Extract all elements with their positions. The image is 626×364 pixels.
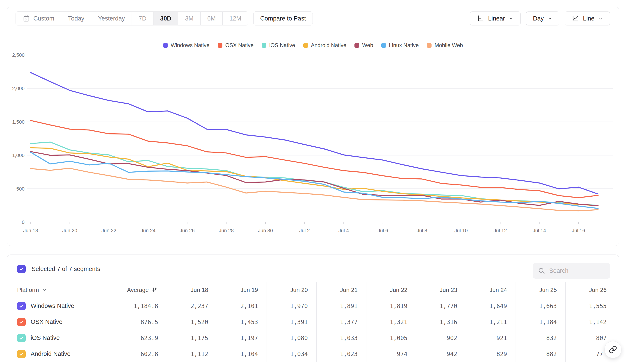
value-cell: 1,770 <box>416 298 466 314</box>
series-line-linux-native <box>31 152 598 208</box>
range-label: Today <box>68 15 84 22</box>
chart-type-select[interactable]: Line <box>565 11 610 26</box>
value-cell: 1,023 <box>316 346 366 362</box>
row-checkbox[interactable] <box>17 318 26 327</box>
legend-item-web[interactable]: Web <box>354 42 373 48</box>
x-axis-tick-label: Jun 30 <box>258 228 273 233</box>
range-3m[interactable]: 3M <box>178 12 200 25</box>
column-header-date[interactable]: Jun 26 <box>565 282 615 298</box>
column-header-date[interactable]: Jun 19 <box>217 282 267 298</box>
column-header-date[interactable]: Jun 22 <box>366 282 416 298</box>
table-header-row: PlatformAverageJun 18Jun 19Jun 20Jun 21J… <box>7 282 619 298</box>
chart-toolbar: CustomTodayYesterday7D30D3M6M12M Compare… <box>16 11 610 26</box>
x-axis-tick-label: Jul 14 <box>533 228 546 233</box>
y-axis-tick-label: 2,500 <box>12 52 25 58</box>
value-cell: 1,211 <box>466 314 516 330</box>
select-all-checkbox[interactable] <box>17 265 26 273</box>
copy-link-button[interactable] <box>604 341 622 358</box>
row-checkbox[interactable] <box>17 334 26 342</box>
y-axis-tick-label: 2,000 <box>12 86 25 91</box>
x-axis-tick-label: Jun 28 <box>219 228 234 233</box>
search-input[interactable] <box>549 267 601 274</box>
legend-item-windows-native[interactable]: Windows Native <box>163 42 210 48</box>
platform-cell: OSX Native <box>17 314 116 330</box>
range-30d[interactable]: 30D <box>153 12 178 25</box>
column-header-average[interactable]: Average <box>116 282 167 298</box>
value-cell: 1,197 <box>217 330 267 346</box>
value-cell: 882 <box>516 346 565 362</box>
range-6m[interactable]: 6M <box>200 12 223 25</box>
axis-icon <box>477 15 484 22</box>
legend-swatch <box>354 43 359 48</box>
series-line-ios-native <box>31 142 598 205</box>
legend-label: Windows Native <box>171 42 210 48</box>
range-12m[interactable]: 12M <box>222 12 248 25</box>
series-line-mobile-web <box>31 168 598 211</box>
value-cell: 1,453 <box>217 314 267 330</box>
average-header-label: Average <box>127 287 149 293</box>
date-range-picker: CustomTodayYesterday7D30D3M6M12M <box>16 11 248 26</box>
legend-item-linux-native[interactable]: Linux Native <box>381 42 419 48</box>
range-yesterday[interactable]: Yesterday <box>91 12 132 25</box>
value-cell: 1,316 <box>416 314 466 330</box>
legend-item-osx-native[interactable]: OSX Native <box>218 42 254 48</box>
segments-table-card: Selected 7 of 7 segments PlatformAverage… <box>7 255 619 364</box>
value-cell: 1,112 <box>167 346 217 362</box>
column-header-date[interactable]: Jun 25 <box>516 282 565 298</box>
selected-segments-label: Selected 7 of 7 segments <box>32 266 100 273</box>
chevron-down-icon <box>547 16 552 21</box>
legend-item-android-native[interactable]: Android Native <box>303 42 346 48</box>
column-header-date[interactable]: Jun 21 <box>316 282 366 298</box>
chevron-down-icon <box>42 288 47 292</box>
chart-type-label: Line <box>583 15 594 22</box>
legend-label: OSX Native <box>225 42 254 48</box>
value-cell: 1,377 <box>316 314 366 330</box>
legend-item-ios-native[interactable]: iOS Native <box>262 42 295 48</box>
y-axis-tick-label: 500 <box>16 186 25 192</box>
value-cell: 1,080 <box>267 330 316 346</box>
x-axis-tick-label: Jun 18 <box>23 228 38 233</box>
line-chart-icon <box>572 15 579 22</box>
range-label: 7D <box>139 15 147 22</box>
y-axis-tick-label: 1,000 <box>12 152 25 158</box>
segment-search[interactable] <box>533 263 610 279</box>
column-header-date[interactable]: Jun 23 <box>416 282 466 298</box>
x-axis-tick-label: Jun 22 <box>101 228 116 233</box>
scale-label: Linear <box>488 15 505 22</box>
range-7d[interactable]: 7D <box>132 12 153 25</box>
value-cell: 1,819 <box>366 298 416 314</box>
legend-label: Android Native <box>311 42 346 48</box>
x-axis-tick-label: Jun 20 <box>62 228 77 233</box>
legend-item-mobile-web[interactable]: Mobile Web <box>427 42 463 48</box>
row-checkbox[interactable] <box>17 350 26 358</box>
range-label: 3M <box>185 15 194 22</box>
sort-desc-icon <box>152 287 158 293</box>
legend-swatch <box>427 43 431 48</box>
legend-label: Mobile Web <box>434 42 463 48</box>
row-checkbox[interactable] <box>17 302 26 310</box>
x-axis-tick-label: Jul 2 <box>299 228 310 233</box>
compare-to-past-button[interactable]: Compare to Past <box>253 11 313 26</box>
scale-select[interactable]: Linear <box>470 11 520 26</box>
range-label: 30D <box>160 15 171 22</box>
column-header-date[interactable]: Jun 18 <box>167 282 217 298</box>
interval-select[interactable]: Day <box>526 11 559 26</box>
range-today[interactable]: Today <box>61 12 91 25</box>
value-cell: 1,891 <box>316 298 366 314</box>
legend-swatch <box>303 43 308 48</box>
value-cell: 921 <box>466 330 516 346</box>
segments-table: PlatformAverageJun 18Jun 19Jun 20Jun 21J… <box>7 282 619 362</box>
column-header-platform[interactable]: Platform <box>17 282 116 298</box>
range-label: 12M <box>229 15 241 22</box>
value-cell: 1,005 <box>366 330 416 346</box>
check-icon <box>19 266 24 272</box>
range-label: Custom <box>33 15 54 22</box>
column-header-date[interactable]: Jun 20 <box>267 282 316 298</box>
value-cell: 1,034 <box>267 346 316 362</box>
platform-name: Android Native <box>31 351 71 358</box>
column-header-date[interactable]: Jun 24 <box>466 282 516 298</box>
platform-name: OSX Native <box>31 319 62 326</box>
range-custom[interactable]: Custom <box>16 12 61 25</box>
value-cell: 1,555 <box>565 298 615 314</box>
legend-swatch <box>381 43 386 48</box>
